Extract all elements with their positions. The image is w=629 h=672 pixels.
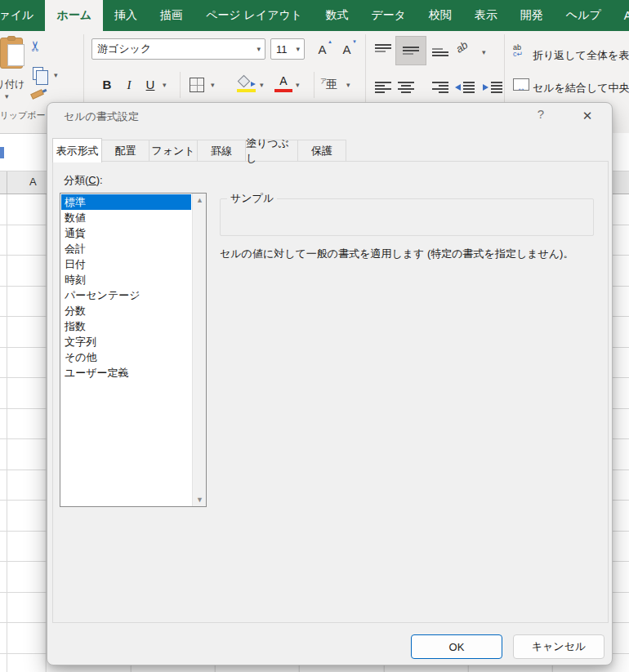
align-bottom-button[interactable] [431, 42, 449, 57]
dialog-tab-3[interactable]: 罫線 [197, 140, 246, 162]
font-size-combobox[interactable]: 11 ▾ [270, 38, 305, 60]
sample-groupbox: サンプル [220, 191, 594, 236]
chevron-down-icon[interactable]: ▾ [296, 45, 300, 53]
paste-dropdown-chevron[interactable]: ▾ [5, 93, 9, 100]
dialog-tab-1[interactable]: 配置 [101, 140, 149, 162]
cancel-button[interactable]: キャンセル [513, 634, 604, 659]
scrollbar[interactable]: ▲ ▼ [192, 194, 206, 506]
category-item-5[interactable]: 時刻 [61, 272, 191, 287]
category-item-9[interactable]: 文字列 [61, 334, 191, 349]
phonetic-guide-button[interactable]: ア 亜 [322, 75, 341, 93]
phonetic-dropdown-chevron[interactable]: ▾ [346, 82, 350, 89]
wrap-text-button[interactable]: 折り返して全体を表示 [533, 48, 629, 63]
category-label-key: C [88, 174, 96, 186]
fill-color-dropdown-chevron[interactable]: ▾ [260, 82, 264, 89]
ribbon-tab-6[interactable]: データ [359, 0, 417, 31]
scroll-up-icon[interactable]: ▲ [193, 196, 207, 204]
help-button[interactable]: ? [531, 107, 551, 125]
paint-bucket-spout-icon [251, 82, 256, 87]
font-color-dropdown-chevron[interactable]: ▾ [296, 82, 300, 89]
dialog-tab-4[interactable]: 塗りつぶし [245, 140, 298, 162]
ribbon-tab-1[interactable]: ホーム [45, 0, 103, 31]
paste-page-icon [7, 44, 25, 66]
font-size-value: 11 [276, 43, 288, 56]
align-right-button[interactable] [431, 80, 449, 95]
align-middle-button-selected[interactable] [395, 36, 426, 65]
merge-center-button[interactable]: セルを結合して中央揃え [533, 81, 629, 96]
ribbon-tab-10[interactable]: ヘルプ [555, 0, 613, 31]
merge-cells-icon[interactable]: ↔ [513, 78, 529, 91]
increase-font-letter: A [318, 42, 326, 56]
font-name-combobox[interactable]: 游ゴシック ▾ [91, 38, 265, 60]
wrap-icon-bottom: c↵ [513, 51, 523, 57]
dialog-tab-0[interactable]: 表示形式 [52, 138, 102, 162]
bold-button[interactable]: B [98, 73, 116, 96]
format-cells-dialog: セルの書式設定 ? ✕ 表示形式配置フォント罫線塗りつぶし保護 分類(C): 標… [47, 102, 613, 665]
font-color-letter: A [274, 75, 292, 87]
decrease-indent-button[interactable] [454, 80, 475, 95]
header-divider [7, 171, 7, 194]
paint-bucket-icon [238, 75, 251, 88]
category-item-7[interactable]: 分数 [61, 303, 191, 318]
up-triangle-icon: ▲ [328, 39, 332, 44]
font-color-swatch [274, 89, 292, 92]
category-item-2[interactable]: 通貨 [61, 225, 191, 241]
category-listbox[interactable]: 標準数値通貨会計日付時刻パーセンテージ分数指数文字列その他ユーザー定義 ▲ ▼ [60, 193, 207, 507]
category-item-0[interactable]: 標準 [61, 194, 191, 210]
category-label: 分類(C): [64, 173, 103, 188]
cut-icon[interactable]: ✂ [27, 40, 44, 51]
phonetic-mini-letter: ア [320, 73, 327, 91]
close-icon[interactable]: ✕ [573, 106, 601, 126]
borders-button[interactable] [190, 78, 204, 92]
ribbon-tab-bar: ファイルホーム挿入描画ページ レイアウト数式データ校閲表示開発ヘルプAcroba… [0, 0, 629, 31]
paste-label: 貼り付け [0, 78, 31, 91]
align-middle-icon [402, 43, 420, 58]
category-item-6[interactable]: パーセンテージ [61, 287, 191, 303]
fill-color-button[interactable] [237, 75, 257, 93]
category-item-3[interactable]: 会計 [61, 241, 191, 256]
decrease-font-size-button[interactable]: A▼ [336, 38, 358, 60]
underline-dropdown-chevron[interactable]: ▾ [163, 82, 167, 89]
font-color-button[interactable]: A [274, 75, 292, 93]
category-item-10[interactable]: その他 [61, 349, 191, 365]
column-header-a[interactable]: A [29, 176, 37, 188]
increase-font-size-button[interactable]: A▲ [311, 38, 333, 60]
ribbon-tab-9[interactable]: 開発 [509, 0, 555, 31]
copy-icon[interactable] [33, 67, 43, 80]
chevron-down-icon[interactable]: ▾ [257, 45, 261, 53]
category-item-1[interactable]: 数値 [61, 210, 191, 225]
font-name-value: 游ゴシック [97, 42, 151, 56]
dialog-tab-2[interactable]: フォント [149, 140, 198, 162]
ribbon-tab-7[interactable]: 校閲 [417, 0, 463, 31]
underline-button[interactable]: U [142, 73, 158, 96]
borders-dropdown-chevron[interactable]: ▾ [211, 82, 215, 89]
italic-button[interactable]: I [121, 73, 137, 96]
align-left-button[interactable] [374, 80, 392, 95]
ribbon-tab-4[interactable]: ページ レイアウト [194, 0, 314, 31]
ok-button[interactable]: OK [411, 634, 502, 659]
ribbon-tab-8[interactable]: 表示 [463, 0, 509, 31]
category-item-11[interactable]: ユーザー定義 [61, 365, 191, 381]
fill-color-swatch [237, 89, 256, 92]
wrap-text-icon[interactable]: ab c↵ [513, 44, 523, 57]
scroll-down-icon[interactable]: ▼ [193, 496, 207, 504]
down-triangle-icon: ▼ [352, 39, 357, 44]
ribbon-tab-11[interactable]: Acrobat [613, 0, 629, 31]
ribbon-tab-0[interactable]: ファイル [0, 0, 45, 31]
increase-indent-button[interactable] [482, 80, 503, 95]
ribbon-tab-5[interactable]: 数式 [314, 0, 359, 31]
ribbon-tab-2[interactable]: 挿入 [103, 0, 149, 31]
category-item-4[interactable]: 日付 [61, 256, 191, 272]
orientation-button[interactable]: ab [453, 38, 470, 56]
gridline [7, 194, 7, 672]
name-box-icon [0, 147, 4, 158]
category-item-8[interactable]: 指数 [61, 318, 191, 334]
orientation-dropdown-chevron[interactable]: ▾ [482, 49, 486, 56]
ribbon-tab-3[interactable]: 描画 [149, 0, 194, 31]
align-top-button[interactable] [374, 42, 392, 57]
merge-arrow: ↔ [517, 83, 525, 92]
dialog-tab-5[interactable]: 保護 [297, 140, 346, 162]
small-divider [180, 72, 181, 98]
align-center-button[interactable] [397, 80, 415, 95]
copy-dropdown-chevron[interactable]: ▾ [54, 72, 58, 79]
